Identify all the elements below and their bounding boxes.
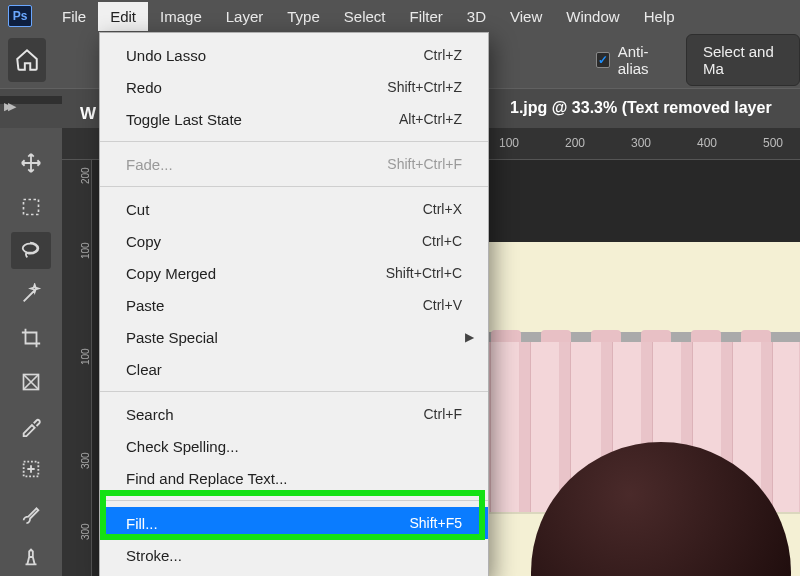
menu-edit[interactable]: Edit <box>98 2 148 31</box>
ruler-tick: 300 <box>80 429 91 469</box>
menu-item-label: Fill... <box>126 515 158 532</box>
menu-item-find-and-replace-text[interactable]: Find and Replace Text... <box>100 462 488 494</box>
ruler-tick: 300 <box>614 136 668 150</box>
menu-item-fill[interactable]: Fill...Shift+F5 <box>100 507 488 539</box>
menu-item-label: Toggle Last State <box>126 111 242 128</box>
healing-brush-tool[interactable] <box>11 451 51 489</box>
menu-item-accel: Alt+Ctrl+Z <box>399 111 462 127</box>
photoshop-logo: Ps <box>8 5 32 27</box>
menu-item-toggle-last-state[interactable]: Toggle Last StateAlt+Ctrl+Z <box>100 103 488 135</box>
menu-item-label: Paste <box>126 297 164 314</box>
menu-item-label: Clear <box>126 361 162 378</box>
menu-item-copy[interactable]: CopyCtrl+C <box>100 225 488 257</box>
home-icon <box>14 47 40 73</box>
ruler-tick: 100 <box>482 136 536 150</box>
move-tool[interactable] <box>11 144 51 182</box>
brush-tool[interactable] <box>11 494 51 532</box>
svg-point-1 <box>23 244 38 253</box>
menu-item-label: Stroke... <box>126 547 182 564</box>
menu-item-label: Check Spelling... <box>126 438 239 455</box>
menu-item-check-spelling[interactable]: Check Spelling... <box>100 430 488 462</box>
menu-item-paste-special[interactable]: Paste Special▶ <box>100 321 488 353</box>
menu-item-accel: Shift+F5 <box>409 515 462 531</box>
marquee-tool[interactable] <box>11 188 51 226</box>
menu-item-clear[interactable]: Clear <box>100 353 488 385</box>
menu-item-redo[interactable]: RedoShift+Ctrl+Z <box>100 71 488 103</box>
home-button[interactable] <box>8 38 46 82</box>
ruler-tick: 100 <box>80 325 91 365</box>
ruler-tick: 500 <box>746 136 800 150</box>
check-icon: ✓ <box>596 52 609 68</box>
document-title-partial: W <box>80 104 96 124</box>
menu-file[interactable]: File <box>50 2 98 31</box>
chevron-right-icon: ▶▶ <box>4 100 12 113</box>
svg-rect-0 <box>24 199 39 214</box>
menu-item-label: Copy Merged <box>126 265 216 282</box>
menu-type[interactable]: Type <box>275 2 332 31</box>
ruler-tick: 300 <box>80 500 91 540</box>
menu-filter[interactable]: Filter <box>398 2 455 31</box>
vertical-ruler: 200 100 100 300 300 <box>62 128 92 576</box>
tools-panel <box>0 128 62 576</box>
anti-alias-checkbox[interactable]: ✓ Anti-alias <box>596 43 668 77</box>
menu-item-accel: Ctrl+X <box>423 201 462 217</box>
menu-separator <box>100 186 488 187</box>
document-title: 1.jpg @ 33.3% (Text removed layer <box>510 99 772 117</box>
menu-item-accel: Ctrl+F <box>424 406 463 422</box>
menu-item-accel: Shift+Ctrl+C <box>386 265 462 281</box>
magic-wand-tool[interactable] <box>11 275 51 313</box>
eyedropper-tool[interactable] <box>11 407 51 445</box>
menu-separator <box>100 141 488 142</box>
menu-item-label: Undo Lasso <box>126 47 206 64</box>
ruler-tick: 100 <box>80 219 91 259</box>
menubar: Ps File Edit Image Layer Type Select Fil… <box>0 0 800 32</box>
menu-item-label: Copy <box>126 233 161 250</box>
menu-item-label: Search <box>126 406 174 423</box>
menu-layer[interactable]: Layer <box>214 2 276 31</box>
menu-item-cut[interactable]: CutCtrl+X <box>100 193 488 225</box>
menu-item-label: Cut <box>126 201 149 218</box>
menu-separator <box>100 391 488 392</box>
crop-tool[interactable] <box>11 319 51 357</box>
menu-item-label: Paste Special <box>126 329 218 346</box>
menu-3d[interactable]: 3D <box>455 2 498 31</box>
menu-view[interactable]: View <box>498 2 554 31</box>
menu-item-accel: Ctrl+Z <box>424 47 463 63</box>
ruler-tick: 200 <box>548 136 602 150</box>
menu-item-copy-merged[interactable]: Copy MergedShift+Ctrl+C <box>100 257 488 289</box>
menu-item-undo-lasso[interactable]: Undo LassoCtrl+Z <box>100 39 488 71</box>
menu-item-stroke[interactable]: Stroke... <box>100 539 488 571</box>
anti-alias-label: Anti-alias <box>618 43 668 77</box>
menu-select[interactable]: Select <box>332 2 398 31</box>
submenu-arrow-icon: ▶ <box>465 330 474 344</box>
menu-separator <box>100 500 488 501</box>
menu-item-accel: Shift+Ctrl+F <box>387 156 462 172</box>
menu-item-accel: Shift+Ctrl+Z <box>387 79 462 95</box>
menu-window[interactable]: Window <box>554 2 631 31</box>
menu-item-label: Redo <box>126 79 162 96</box>
menu-item-label: Fade... <box>126 156 173 173</box>
ruler-tick: 400 <box>680 136 734 150</box>
menu-item-fade: Fade...Shift+Ctrl+F <box>100 148 488 180</box>
menu-item-accel: Ctrl+V <box>423 297 462 313</box>
lasso-tool[interactable] <box>11 232 51 270</box>
select-and-mask-button[interactable]: Select and Ma <box>686 34 800 86</box>
menu-item-search[interactable]: SearchCtrl+F <box>100 398 488 430</box>
menu-item-label: Find and Replace Text... <box>126 470 287 487</box>
menu-help[interactable]: Help <box>632 2 687 31</box>
menu-item-paste[interactable]: PasteCtrl+V <box>100 289 488 321</box>
frame-tool[interactable] <box>11 363 51 401</box>
menu-item-accel: Ctrl+C <box>422 233 462 249</box>
clone-stamp-tool[interactable] <box>11 538 51 576</box>
edit-dropdown: Undo LassoCtrl+ZRedoShift+Ctrl+ZToggle L… <box>99 32 489 576</box>
menu-image[interactable]: Image <box>148 2 214 31</box>
